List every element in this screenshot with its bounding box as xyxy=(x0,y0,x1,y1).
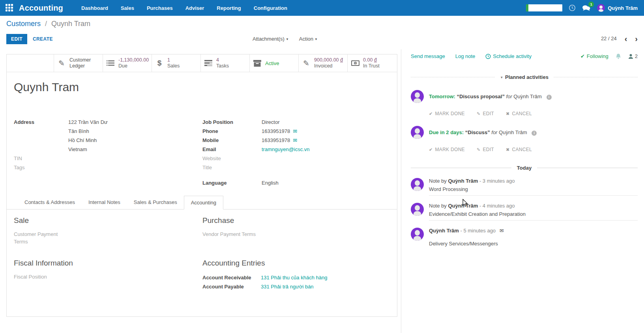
action-dropdown[interactable]: Action▼ xyxy=(299,36,318,42)
sale-heading: Sale xyxy=(14,216,202,225)
activity-assignee: Quỳnh Trâm xyxy=(513,94,542,99)
job-position-value: Director xyxy=(262,118,280,127)
account-receivable-value[interactable]: 131 Phải thu của khách hàng xyxy=(261,273,327,282)
email-label: Email xyxy=(202,145,262,154)
today-divider: Today xyxy=(411,165,638,171)
cancel-activity-button[interactable]: ✖CANCEL xyxy=(506,111,532,116)
send-message-button[interactable]: Send message xyxy=(411,53,445,59)
message-author[interactable]: Quỳnh Trâm xyxy=(448,178,478,184)
tab-contacts-addresses[interactable]: Contacts & Addresses xyxy=(18,196,82,209)
stat-tasks[interactable]: 4Tasks xyxy=(200,54,249,72)
address-label: Address xyxy=(14,118,68,154)
user-name: Quỳnh Trâm xyxy=(608,5,638,11)
info-icon[interactable]: i xyxy=(547,95,552,100)
form-sheet: ✎ CustomerLedger -1,130,000.00Due $ 1Sal… xyxy=(6,54,397,317)
account-payable-value[interactable]: 331 Phải trả người bán xyxy=(261,282,314,291)
edit-icon: ✎ xyxy=(57,59,66,68)
customer-payment-terms-label: Customer Payment Terms xyxy=(14,230,73,245)
address-value: 122 Trần Văn Dư Tân Bình Hồ Chí Minh Vie… xyxy=(68,118,108,154)
stat-active[interactable]: Active xyxy=(249,54,298,72)
message-author[interactable]: Quỳnh Trâm xyxy=(448,203,478,209)
message-author[interactable]: Quỳnh Trâm xyxy=(429,228,459,234)
phone-label: Phone xyxy=(202,127,262,136)
following-toggle[interactable]: ✔Following xyxy=(580,53,608,59)
stat-invoiced[interactable]: ✎ 900,000.00 đ Invoiced xyxy=(298,54,347,72)
person-icon xyxy=(628,54,633,59)
list-icon xyxy=(106,60,115,66)
info-icon[interactable]: i xyxy=(532,131,537,136)
tab-accounting[interactable]: Accounting xyxy=(184,196,223,210)
followers-count: 2 xyxy=(635,53,638,59)
timer-widget[interactable] xyxy=(526,4,562,11)
mark-done-button[interactable]: ✔MARK DONE xyxy=(429,147,465,152)
stat-customer-ledger[interactable]: ✎ CustomerLedger xyxy=(54,54,103,72)
avatar xyxy=(411,126,424,139)
pager-value[interactable]: 22 / 24 xyxy=(601,36,617,41)
menu-adviser[interactable]: Adviser xyxy=(185,5,204,11)
job-position-label: Job Position xyxy=(202,118,262,127)
activity-summary: “Discuss proposal” xyxy=(457,94,505,99)
edit-activity-button[interactable]: ✎EDIT xyxy=(477,147,494,152)
check-icon: ✔ xyxy=(429,147,433,152)
language-label: Language xyxy=(202,178,262,187)
message-body: Delivery Services/Messengers xyxy=(429,241,638,247)
tags-label: Tags xyxy=(14,163,68,172)
app-title[interactable]: Accounting xyxy=(19,4,63,13)
chevron-down-icon: ▼ xyxy=(315,37,318,41)
account-receivable-label: Account Receivable xyxy=(202,273,261,282)
purchase-heading: Purchase xyxy=(202,216,391,225)
avatar xyxy=(411,228,424,241)
phone-value[interactable]: 1633951978 xyxy=(262,127,290,136)
stat-in-trust[interactable]: 0 0.00 đ In Trust xyxy=(347,54,396,72)
stat-sales[interactable]: $ 1Sales xyxy=(152,54,200,72)
breadcrumb: Customers / Quynh Tram xyxy=(6,20,90,28)
schedule-activity-button[interactable]: Schedule activity xyxy=(485,53,532,59)
avatar xyxy=(411,203,424,216)
bell-icon[interactable] xyxy=(616,53,621,59)
stat-button-row: ✎ CustomerLedger -1,130,000.00Due $ 1Sal… xyxy=(7,54,397,72)
pager-previous-icon[interactable]: ‹ xyxy=(625,36,627,41)
cancel-activity-button[interactable]: ✖CANCEL xyxy=(506,147,532,152)
fiscal-information-heading: Fiscal Information xyxy=(14,259,202,268)
sms-icon[interactable]: ✉ xyxy=(293,136,297,145)
archive-icon xyxy=(253,60,262,67)
tab-internal-notes[interactable]: Internal Notes xyxy=(82,196,127,209)
envelope-icon: ✉ xyxy=(500,228,504,234)
attachments-dropdown[interactable]: Attachment(s)▼ xyxy=(253,36,289,42)
followers-button[interactable]: 2 xyxy=(628,53,638,59)
menu-sales[interactable]: Sales xyxy=(121,5,134,11)
mobile-label: Mobile xyxy=(202,136,262,145)
create-button[interactable]: CREATE xyxy=(33,36,53,42)
x-icon: ✖ xyxy=(506,147,510,152)
sms-icon[interactable]: ✉ xyxy=(293,127,297,136)
svg-text:0: 0 xyxy=(354,62,356,65)
activity-due: Due in 2 days: xyxy=(429,129,464,135)
log-note-button[interactable]: Log note xyxy=(455,53,476,59)
avatar xyxy=(411,178,424,191)
menu-dashboard[interactable]: Dashboard xyxy=(81,5,108,11)
pager-next-icon[interactable]: › xyxy=(635,36,638,41)
mark-done-button[interactable]: ✔MARK DONE xyxy=(429,111,465,116)
stat-due[interactable]: -1,130,000.00Due xyxy=(103,54,152,72)
activity-summary: “Discuss” xyxy=(465,129,490,135)
activity-item: Tomorrow: “Discuss proposal” for Quỳnh T… xyxy=(411,90,638,103)
message-time: - 3 minutes ago xyxy=(479,178,515,184)
email-value[interactable]: tramnguyen@icsc.vn xyxy=(262,145,310,154)
menu-reporting[interactable]: Reporting xyxy=(217,5,241,11)
tab-sales-purchases[interactable]: Sales & Purchases xyxy=(127,196,184,209)
activity-clock-icon[interactable] xyxy=(569,4,576,11)
menu-purchases[interactable]: Purchases xyxy=(147,5,173,11)
apps-menu-icon[interactable] xyxy=(6,4,13,12)
mobile-value[interactable]: 1633951978 xyxy=(262,136,290,145)
message-item: Note by Quỳnh Trâm - 3 minutes ago Word … xyxy=(411,178,638,196)
user-menu[interactable]: Quỳnh Trâm xyxy=(597,4,638,12)
edit-button[interactable]: EDIT xyxy=(6,34,27,44)
breadcrumb-customers[interactable]: Customers xyxy=(6,20,41,28)
pencil-icon: ✎ xyxy=(477,111,481,116)
menu-configuration[interactable]: Configuration xyxy=(254,5,287,11)
edit-activity-button[interactable]: ✎EDIT xyxy=(477,111,494,116)
planned-activities-divider[interactable]: ▼Planned activities xyxy=(411,73,638,80)
messages-icon[interactable]: 1 xyxy=(582,4,591,11)
user-avatar xyxy=(597,4,605,12)
message-item: Quỳnh Trâm - 5 minutes ago ✉ Delivery Se… xyxy=(411,228,638,247)
